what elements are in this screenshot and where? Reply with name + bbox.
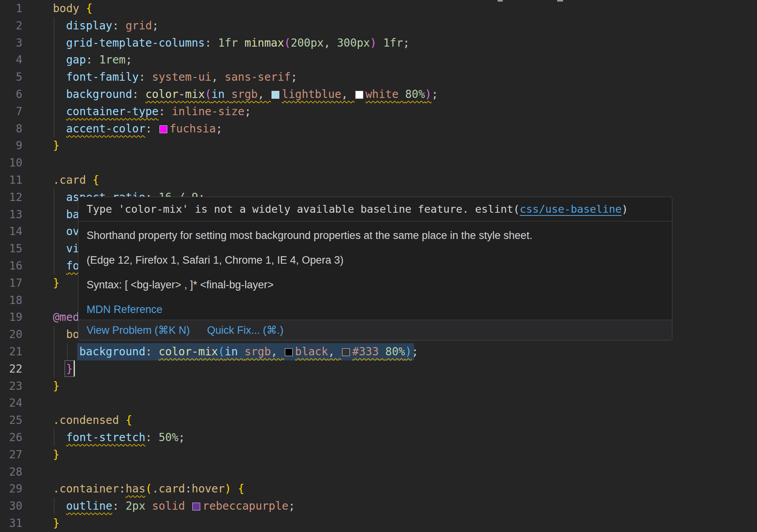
- code-line[interactable]: 11.card {: [0, 172, 757, 189]
- code-text: gap: 1rem;: [22, 51, 132, 69]
- code-text: outline: 2px solid rebeccapurple;: [22, 498, 295, 515]
- code-line[interactable]: 4 gap: 1rem;: [0, 51, 757, 69]
- line-number: 1: [0, 0, 22, 17]
- code-token: {: [125, 414, 132, 427]
- code-token: {: [92, 174, 99, 186]
- code-token: [185, 499, 192, 512]
- code-line[interactable]: 6 background: color-mix(in srgb, lightbl…: [0, 86, 757, 103]
- line-number: 9: [0, 137, 22, 154]
- code-token: }: [53, 517, 60, 530]
- view-problem-button[interactable]: View Problem (⌘K N): [87, 324, 190, 337]
- tooltip-actions: View Problem (⌘K N) Quick Fix... (⌘.): [78, 320, 672, 340]
- code-token: :: [112, 19, 126, 32]
- line-number: 22: [0, 360, 22, 378]
- code-token: [145, 499, 152, 512]
- eslint-rule-link[interactable]: css/use-baseline: [520, 203, 621, 215]
- problem-source: eslint(: [475, 203, 520, 215]
- code-text: .card {: [22, 172, 99, 189]
- code-text: grid-template-columns: 1fr minmax(200px,…: [22, 34, 409, 52]
- code-token: srgb: [244, 345, 271, 358]
- line-number: 6: [0, 86, 22, 103]
- code-token: [379, 345, 386, 358]
- line-number: 7: [0, 103, 22, 120]
- code-token: vi: [66, 242, 80, 255]
- code-token: :: [119, 482, 126, 495]
- code-token: inline-size: [172, 105, 244, 118]
- line-number: 25: [0, 412, 22, 429]
- code-token: 1fr: [218, 36, 238, 49]
- code-line[interactable]: 26 font-stretch: 50%;: [0, 429, 757, 446]
- code-line[interactable]: 24: [0, 394, 757, 412]
- quick-fix-button[interactable]: Quick Fix... (⌘.): [207, 324, 284, 337]
- code-line[interactable]: 23}: [0, 378, 757, 395]
- code-token: display: [66, 19, 112, 32]
- code-line[interactable]: 8 accent-color: fuchsia;: [0, 120, 757, 138]
- code-line[interactable]: 1body {: [0, 0, 757, 17]
- code-token: ;: [431, 88, 438, 101]
- line-number: 28: [0, 463, 22, 481]
- code-line[interactable]: 5 font-family: system-ui, sans-serif;: [0, 69, 757, 86]
- code-token: 200px: [291, 36, 324, 49]
- code-token: [53, 88, 66, 101]
- code-token: sans-serif: [225, 71, 291, 83]
- code-text: [22, 154, 53, 172]
- code-token: [53, 105, 66, 118]
- code-line[interactable]: 22 }: [0, 360, 757, 378]
- code-token: [53, 208, 66, 221]
- line-number: 13: [0, 206, 22, 223]
- code-line[interactable]: 30 outline: 2px solid rebeccapurple;: [0, 498, 757, 515]
- code-token: solid: [152, 499, 185, 512]
- code-token: }: [53, 277, 60, 290]
- code-line[interactable]: 29.container:has(.card:hover) {: [0, 480, 757, 498]
- line-number: 18: [0, 292, 22, 309]
- code-line[interactable]: 7 container-type: inline-size;: [0, 103, 757, 120]
- code-token: [53, 225, 66, 238]
- code-token: in: [225, 345, 238, 358]
- line-number: 3: [0, 34, 22, 52]
- code-token: in: [212, 88, 225, 101]
- code-text: font-family: system-ui, sans-serif;: [22, 69, 297, 86]
- code-token: 1rem: [99, 53, 125, 66]
- code-token: ;: [291, 71, 297, 83]
- code-token: ): [425, 88, 432, 101]
- code-token: {: [238, 482, 244, 495]
- code-line[interactable]: 9}: [0, 137, 757, 154]
- code-token: :: [132, 88, 145, 101]
- code-token: black: [295, 345, 328, 358]
- code-token: ;: [216, 122, 223, 135]
- line-number: 26: [0, 429, 22, 446]
- mdn-reference-link[interactable]: MDN Reference: [87, 302, 163, 317]
- code-line[interactable]: 2 display: grid;: [0, 17, 757, 34]
- code-line[interactable]: 27}: [0, 446, 757, 463]
- line-number: 21: [0, 343, 22, 360]
- code-text: [22, 292, 53, 309]
- code-token: [53, 53, 66, 66]
- line-number: 30: [0, 498, 22, 515]
- code-token: [53, 242, 66, 255]
- code-token: ,: [324, 36, 337, 49]
- code-token: [377, 36, 383, 49]
- code-token: gap: [66, 53, 86, 66]
- code-token: [53, 259, 66, 272]
- code-line[interactable]: 3 grid-template-columns: 1fr minmax(200p…: [0, 34, 757, 52]
- code-token: system-ui: [152, 71, 212, 83]
- code-line[interactable]: 28: [0, 463, 757, 481]
- code-line[interactable]: 25.condensed {: [0, 412, 757, 429]
- line-number: 19: [0, 309, 22, 326]
- code-token: ba: [66, 208, 80, 221]
- code-line[interactable]: 21 background: color-mix(in srgb, black,…: [0, 343, 757, 360]
- code-text: ov: [22, 223, 79, 240]
- code-token: [398, 88, 405, 101]
- code-line[interactable]: 10: [0, 154, 757, 172]
- code-text: .condensed {: [22, 412, 132, 429]
- code-text: ba: [22, 206, 79, 223]
- line-number: 4: [0, 51, 22, 69]
- code-token: font-stretch: [66, 431, 145, 444]
- code-token: ;: [288, 499, 295, 512]
- code-token: lightblue: [282, 88, 341, 101]
- code-token: hover: [192, 482, 225, 495]
- line-number: 23: [0, 378, 22, 395]
- code-token: [53, 345, 79, 358]
- code-line[interactable]: 31}: [0, 515, 757, 532]
- color-swatch: [192, 503, 200, 510]
